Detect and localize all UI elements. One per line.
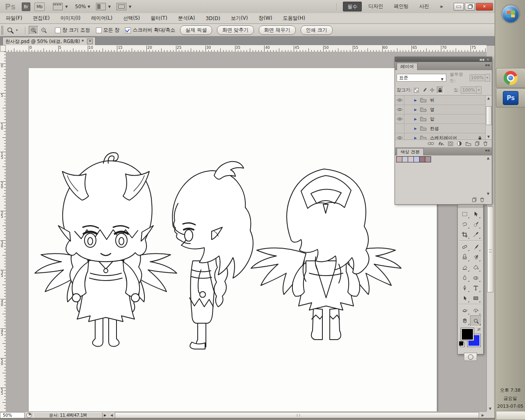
zoom-tool[interactable] (470, 315, 482, 326)
horizontal-scrollbar-thumb[interactable] (115, 412, 479, 418)
color-swatch[interactable] (413, 156, 420, 162)
visibility-toggle[interactable] (395, 133, 404, 139)
menu-3D(D)[interactable]: 3D(D) (205, 16, 220, 21)
lock-position-icon[interactable] (429, 87, 435, 93)
horizontal-ruler[interactable]: 051015202530354045505560657075 (6, 45, 486, 52)
app-button-mb[interactable]: Mb (34, 2, 45, 11)
scroll-right-icon[interactable]: ▶ (480, 413, 486, 417)
checkbox-checked[interactable] (125, 27, 131, 33)
link-layers-icon[interactable] (427, 142, 434, 146)
eraser-tool[interactable] (459, 262, 470, 272)
checkbox-unchecked[interactable] (96, 27, 102, 33)
taskbar-photoshop-button[interactable]: Ps (496, 89, 525, 107)
visibility-toggle-off[interactable] (395, 124, 404, 133)
opacity-value[interactable]: 100% (470, 74, 485, 81)
layer-row-컨셉[interactable]: ▶컨셉 (395, 124, 492, 133)
color-swatch[interactable] (402, 156, 408, 162)
layer-row-뒤[interactable]: ▶뒤 (395, 96, 492, 105)
zoom-tool-preset[interactable]: ▾ (6, 26, 19, 34)
vertical-scrollbar-thumb[interactable] (487, 206, 493, 292)
color-swatch[interactable] (396, 156, 402, 162)
menu-도움말(H)[interactable]: 도움말(H) (283, 15, 305, 22)
paint-bucket-tool[interactable] (470, 262, 481, 272)
app-zoom-level[interactable]: 50% (75, 4, 86, 9)
lock-paint-icon[interactable] (421, 87, 427, 93)
status-zoom-field[interactable]: 50% (0, 412, 25, 418)
expand-group-icon[interactable]: ▶ (414, 127, 417, 130)
clock-time[interactable]: 오후 7:38 (495, 387, 525, 393)
layers-scrollbar-thumb[interactable] (486, 106, 492, 125)
add-mask-icon[interactable] (448, 142, 453, 146)
lasso-tool[interactable] (459, 219, 470, 229)
new-layer-icon[interactable] (475, 141, 479, 146)
menu-창(W)[interactable]: 창(W) (259, 15, 272, 22)
show-desktop-button[interactable] (496, 411, 525, 420)
view-extras-icon[interactable] (53, 3, 63, 10)
default-colors-icon[interactable] (459, 341, 463, 346)
menu-레이어(L)[interactable]: 레이어(L) (91, 15, 112, 22)
swatches-scroll-up-icon[interactable]: ▲ (485, 156, 491, 160)
brush-tool[interactable] (470, 242, 481, 252)
option-button-화면 맞추기[interactable]: 화면 맞추기 (217, 25, 254, 35)
new-swatch-icon[interactable] (472, 197, 477, 202)
close-button[interactable]: ✕ (476, 3, 493, 11)
document-tab[interactable]: 천사장.psd @ 50% (배경, RGB/8) * ✕ (2, 37, 96, 46)
lock-transparency-icon[interactable] (413, 87, 420, 93)
scroll-down-icon[interactable]: ▼ (487, 407, 493, 411)
status-expand-icon[interactable]: ▶ (103, 413, 107, 417)
blend-mode-select[interactable]: 표준▼ (397, 74, 446, 82)
option-button-화면 채우기[interactable]: 화면 채우기 (259, 25, 296, 35)
option-checkbox[interactable]: 스크러비 확대/축소 (125, 27, 175, 34)
option-button-인쇄 크기[interactable]: 인쇄 크기 (301, 25, 333, 35)
workspace-overflow[interactable]: » (436, 2, 447, 11)
option-button-실제 픽셀[interactable]: 실제 픽셀 (180, 25, 212, 35)
dock-close-icon[interactable]: × (486, 58, 489, 62)
menu-파일(F)[interactable]: 파일(F) (6, 15, 22, 22)
minimize-button[interactable] (454, 3, 464, 11)
hand-tool[interactable] (459, 315, 470, 326)
workspace-페인팅[interactable]: 페인팅 (390, 2, 413, 11)
zoom-out-button[interactable] (39, 26, 48, 34)
workspace-디자인[interactable]: 디자인 (364, 2, 387, 11)
vertical-scrollbar[interactable]: ▼ (486, 204, 493, 411)
document-tab-close-icon[interactable]: ✕ (87, 39, 93, 44)
layers-scrollbar[interactable]: ▲▼ (485, 96, 492, 139)
eyedropper-tool[interactable] (470, 229, 481, 240)
ruler-corner[interactable] (0, 45, 6, 52)
arrange-documents-icon[interactable] (96, 3, 106, 10)
visibility-toggle[interactable] (395, 96, 404, 105)
clock-date[interactable]: 2013-07-05 (495, 404, 525, 409)
start-button[interactable] (502, 5, 519, 23)
swatches-panel-menu-icon[interactable]: ▾≡ (485, 148, 490, 153)
pen-tool[interactable] (459, 283, 470, 293)
color-swatch[interactable] (408, 156, 414, 162)
tab-swatches[interactable]: 색상 견본 (397, 148, 424, 155)
option-checkbox[interactable]: 창 크기 조정 (55, 27, 90, 34)
menu-선택(S)[interactable]: 선택(S) (123, 15, 140, 22)
foreground-color-chip[interactable] (461, 328, 474, 340)
checkbox-unchecked[interactable] (55, 27, 61, 33)
menu-보기(V)[interactable]: 보기(V) (231, 15, 248, 22)
layers-scroll-up-icon[interactable]: ▲ (486, 96, 491, 100)
canvas[interactable] (29, 68, 437, 411)
tab-layers[interactable]: 레이어 (397, 63, 418, 70)
horizontal-scrollbar[interactable]: ◀ ▶ (107, 411, 486, 418)
vertical-ruler[interactable]: 051 01 52 02 53 03 54 04 55 05 5 (0, 52, 6, 411)
delete-layer-icon[interactable] (483, 141, 488, 146)
layer-style-icon[interactable]: fx. (438, 142, 444, 146)
delete-swatch-icon[interactable] (480, 197, 484, 202)
menu-편집(E)[interactable]: 편집(E) (33, 15, 50, 22)
blur-tool[interactable] (459, 272, 470, 283)
layer-row-옆[interactable]: ▶옆 (395, 105, 492, 114)
scroll-left-icon[interactable]: ◀ (108, 413, 115, 417)
restore-button[interactable] (465, 3, 475, 11)
clone-stamp-tool[interactable] (459, 252, 470, 262)
opacity-spinner[interactable]: ▸ (485, 74, 490, 82)
crop-tool[interactable] (459, 229, 470, 240)
workspace-필수[interactable]: 필수 (343, 2, 362, 11)
color-swatch[interactable] (425, 156, 431, 162)
history-brush-tool[interactable] (470, 252, 481, 262)
layer-row-앞[interactable]: ▶앞 (395, 114, 492, 124)
swatches-scroll-down-icon[interactable]: ▼ (485, 192, 491, 196)
visibility-toggle[interactable] (395, 105, 404, 114)
